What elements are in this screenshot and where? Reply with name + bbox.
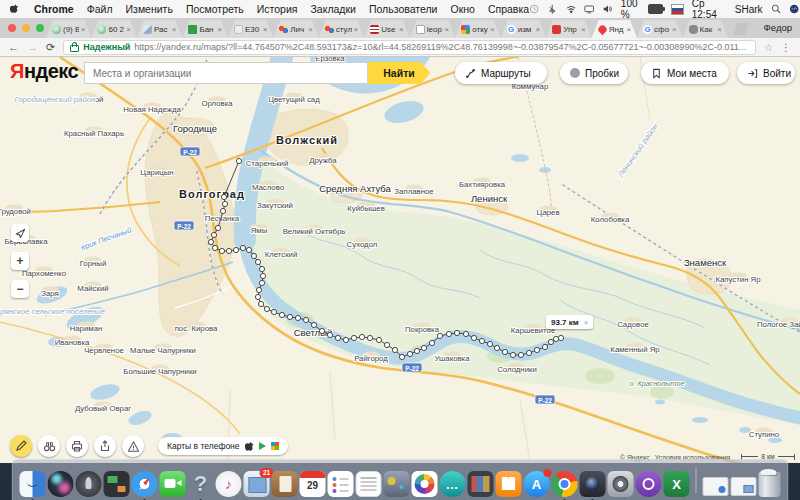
route-point[interactable] (226, 248, 231, 253)
route-point[interactable] (208, 239, 213, 244)
menu-item-7[interactable]: Окно (451, 3, 475, 15)
tab-close-icon[interactable]: × (717, 25, 722, 34)
route-point[interactable] (220, 208, 225, 213)
route-point[interactable] (518, 352, 523, 357)
display-mirroring-icon[interactable] (584, 3, 594, 15)
route-point[interactable] (256, 287, 261, 292)
browser-tab-1[interactable]: 60 2× (91, 20, 136, 38)
ssl-security-label[interactable]: Надежный (83, 42, 130, 52)
route-point[interactable] (454, 330, 459, 335)
dock-photos-icon[interactable] (412, 471, 438, 497)
route-point[interactable] (392, 347, 397, 352)
dock-trash-icon[interactable] (759, 472, 781, 497)
tab-close-icon[interactable]: × (581, 25, 586, 34)
route-point[interactable] (258, 301, 263, 306)
route-point[interactable] (526, 350, 531, 355)
tab-close-icon[interactable]: × (535, 25, 540, 34)
tab-close-icon[interactable]: × (217, 25, 222, 34)
close-window-button[interactable] (8, 24, 16, 32)
menu-item-8[interactable]: Справка (488, 3, 529, 15)
menu-item-0[interactable]: Chrome (34, 3, 74, 15)
route-point[interactable] (463, 331, 468, 336)
route-point[interactable] (251, 253, 256, 258)
route-point[interactable] (367, 335, 372, 340)
search-input[interactable] (85, 68, 367, 79)
back-button[interactable]: ← (8, 41, 19, 53)
route-point[interactable] (260, 273, 265, 278)
browser-tab-9[interactable]: отку× (455, 20, 500, 38)
zoom-in-button[interactable]: + (11, 252, 29, 270)
route-point[interactable] (319, 328, 324, 333)
browser-tab-2[interactable]: Рас× (137, 20, 182, 38)
tab-close-icon[interactable]: × (399, 25, 404, 34)
route-point[interactable] (259, 266, 264, 271)
spotlight-icon[interactable] (771, 3, 781, 15)
share-button[interactable] (94, 435, 116, 457)
browser-tab-7[interactable]: Use× (364, 20, 409, 38)
chrome-menu-icon[interactable]: ⋮ (781, 42, 792, 53)
dock-siri-icon[interactable] (48, 471, 74, 497)
siri-icon[interactable] (789, 3, 799, 15)
dock-contacts-icon[interactable] (272, 471, 298, 497)
bookmark-star-icon[interactable]: ☆ (764, 42, 773, 53)
wifi-icon[interactable] (566, 3, 576, 15)
panorama-tool-button[interactable] (38, 435, 60, 457)
dock-window-two-icon[interactable] (731, 477, 757, 496)
dock-chrome-icon[interactable] (552, 471, 578, 497)
route-point[interactable] (542, 344, 547, 349)
route-point[interactable] (376, 337, 381, 342)
route-point[interactable] (421, 345, 426, 350)
route-point[interactable] (487, 341, 492, 346)
dock-excel-icon[interactable]: X (664, 471, 690, 497)
measurement-close-icon[interactable]: × (584, 318, 589, 327)
address-bar[interactable]: Надежный https://yandex.ru/maps/?ll=44.7… (63, 40, 756, 55)
route-point[interactable] (407, 351, 412, 356)
fullscreen-window-button[interactable] (36, 24, 44, 32)
menu-item-6[interactable]: Пользователи (369, 3, 438, 15)
route-point[interactable] (446, 331, 451, 336)
yandex-logo[interactable]: Яндекс (10, 60, 78, 83)
menu-item-5[interactable]: Закладки (311, 3, 356, 15)
dock-onepassword-icon[interactable] (636, 471, 662, 497)
route-point[interactable] (351, 335, 356, 340)
route-point[interactable] (255, 259, 260, 264)
bluetooth-icon[interactable] (547, 3, 557, 15)
volume-icon[interactable] (602, 3, 612, 15)
dock-textedit-icon[interactable] (356, 471, 382, 497)
route-point[interactable] (221, 194, 226, 199)
print-button[interactable] (66, 435, 88, 457)
route-point[interactable] (233, 247, 238, 252)
menu-item-3[interactable]: Посмотреть (186, 3, 244, 15)
route-point[interactable] (437, 333, 442, 338)
routes-button[interactable]: Маршруты (455, 62, 547, 84)
tab-close-icon[interactable]: × (263, 25, 268, 34)
browser-tab-5[interactable]: Лич× (273, 20, 318, 38)
dock-safari-icon[interactable] (132, 471, 158, 497)
new-tab-button[interactable] (734, 23, 748, 35)
route-point[interactable] (502, 349, 507, 354)
forward-button[interactable]: → (27, 41, 38, 53)
dock-facetime-icon[interactable] (160, 471, 186, 497)
route-point[interactable] (471, 335, 476, 340)
login-button[interactable]: Войти (737, 62, 795, 84)
browser-tab-4[interactable]: Е30 Про× (228, 20, 273, 38)
dock-ibooks-icon[interactable] (496, 471, 522, 497)
map[interactable]: Р-22Р-22Р-22Р-22 ВолгоградВолжскийГороди… (0, 57, 800, 463)
route-point[interactable] (359, 334, 364, 339)
route-point[interactable] (219, 248, 224, 253)
tab-close-icon[interactable]: × (490, 25, 495, 34)
route-point[interactable] (246, 247, 251, 252)
tab-close-icon[interactable]: × (354, 25, 359, 34)
tab-close-icon[interactable]: × (308, 25, 313, 34)
route-point[interactable] (558, 335, 563, 340)
route-point[interactable] (259, 280, 264, 285)
route-point[interactable] (222, 201, 227, 206)
dock-question-icon[interactable]: ? (188, 471, 214, 497)
minimize-window-button[interactable] (22, 24, 30, 32)
dock-photobooth-icon[interactable] (468, 471, 494, 497)
browser-tab-0[interactable]: (9) В× (46, 20, 91, 38)
route-point[interactable] (295, 315, 300, 320)
find-button[interactable]: Найти (368, 62, 430, 84)
route-point[interactable] (327, 332, 332, 337)
route-point[interactable] (240, 245, 245, 250)
